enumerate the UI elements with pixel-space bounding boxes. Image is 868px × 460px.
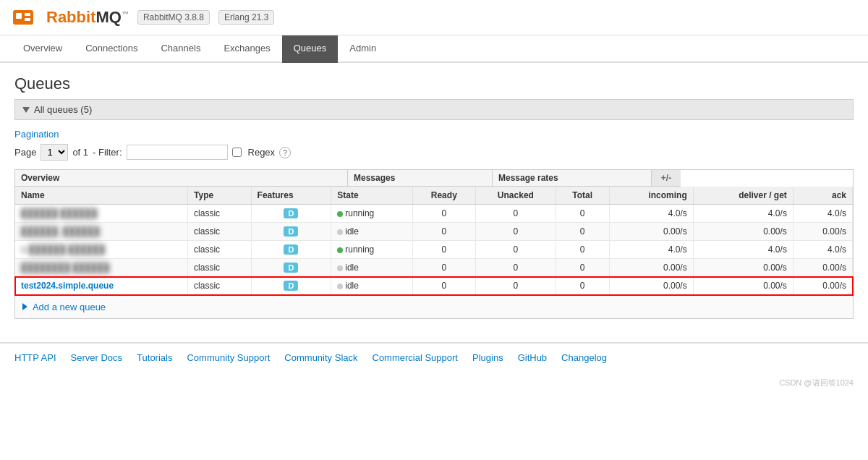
nav-connections[interactable]: Connections [74,35,149,63]
queue-feature-cell: D [251,205,331,223]
queue-total-cell: 0 [556,205,609,223]
queue-type-cell: classic [188,259,252,277]
queue-deliver-cell: 4.0/s [693,241,793,259]
queue-deliver-cell: 0.00/s [693,223,793,241]
queue-total-cell: 0 [556,223,609,241]
pagination-section: Pagination Page 1 of 1 - Filter: Regex ? [14,129,854,161]
footer-link-community-support[interactable]: Community Support [187,352,270,363]
queue-name-cell: ████████ ██████ [15,259,188,277]
nav-exchanges[interactable]: Exchanges [212,35,281,63]
nav-admin[interactable]: Admin [338,35,388,63]
queue-state-cell: idle [331,277,412,295]
queue-total-cell: 0 [556,259,609,277]
queue-unacked-cell: 0 [476,259,556,277]
rabbitmq-version-badge: RabbitMQ 3.8.8 [137,10,210,25]
queue-incoming-cell: 4.0/s [609,241,693,259]
col-unacked: Unacked [476,187,556,205]
collapse-triangle-icon [22,107,30,113]
queue-total-cell: 0 [556,241,609,259]
footer-link-plugins[interactable]: Plugins [472,352,503,363]
queue-incoming-cell: 0.00/s [609,259,693,277]
queue-deliver-cell: 0.00/s [693,277,793,295]
queue-name-link[interactable]: ██████ ██████ [21,208,97,218]
queue-incoming-cell: 4.0/s [609,205,693,223]
nav: Overview Connections Channels Exchanges … [0,35,868,63]
section-label: All queues (5) [34,104,92,115]
table-group-header: Overview Messages Message rates +/- [15,170,853,187]
col-deliver-get: deliver / get [693,187,793,205]
plus-minus-button[interactable]: +/- [652,170,681,187]
table-row: ██████_██████classicDidle0000.00/s0.00/s… [15,223,853,241]
page-label: Page [14,147,36,158]
state-dot-grey-icon [337,229,343,235]
queue-ack-cell: 0.00/s [793,223,852,241]
state-dot-grey-icon [337,284,343,289]
queue-name-link[interactable]: ██████_██████ [21,226,100,237]
queue-name-cell: test2024.simple.queue [15,277,188,295]
queue-feature-cell: D [251,259,331,277]
footer-link-tutorials[interactable]: Tutorials [137,352,172,363]
queue-feature-cell: D [251,277,331,295]
queue-unacked-cell: 0 [476,205,556,223]
queue-ack-cell: 0.00/s [793,277,852,295]
section-header[interactable]: All queues (5) [14,99,854,120]
footer-link-changelog[interactable]: Changelog [561,352,607,363]
queue-ack-cell: 4.0/s [793,205,852,223]
queue-ack-cell: 4.0/s [793,241,852,259]
watermark: CSDN @请回答1024 [0,372,868,394]
queue-deliver-cell: 4.0/s [693,205,793,223]
content: Queues All queues (5) Pagination Page 1 … [0,63,868,331]
queue-unacked-cell: 0 [476,223,556,241]
add-queue-label: Add a new queue [33,302,106,312]
page-select[interactable]: 1 [41,144,68,161]
queue-unacked-cell: 0 [476,277,556,295]
feature-badge: D [284,263,298,273]
footer-link-github[interactable]: GitHub [518,352,547,363]
col-ready: Ready [412,187,476,205]
nav-queues[interactable]: Queues [282,35,339,63]
nav-overview[interactable]: Overview [12,35,74,63]
queue-name-link[interactable]: test2024.simple.queue [21,281,114,291]
footer-link-community-slack[interactable]: Community Slack [284,352,357,363]
logo-text: RabbitMQ™ [46,8,129,27]
filter-input[interactable] [127,145,228,160]
table-row: b.██████ ██████classicDrunning0004.0/s4.… [15,241,853,259]
feature-badge: D [284,226,298,237]
queue-state-cell: running [331,205,412,223]
footer-link-server-docs[interactable]: Server Docs [71,352,123,363]
group-header-messages: Messages [348,170,493,187]
queue-name-link[interactable]: ████████ ██████ [21,263,109,273]
erlang-version-badge: Erlang 21.3 [218,10,274,25]
queue-name-cell: ██████_██████ [15,223,188,241]
svg-rect-3 [25,18,30,21]
help-icon[interactable]: ? [279,147,291,158]
queue-incoming-cell: 0.00/s [609,277,693,295]
footer-link-http-api[interactable]: HTTP API [14,352,56,363]
queue-state-cell: idle [331,259,412,277]
queue-ready-cell: 0 [412,223,476,241]
table-row: ████████ ██████classicDidle0000.00/s0.00… [15,259,853,277]
queue-ready-cell: 0 [412,205,476,223]
col-total: Total [556,187,609,205]
table-header-row: Name Type Features State Ready Unacked T… [15,187,853,205]
state-dot-green-icon [337,211,343,217]
col-ack: ack [793,187,852,205]
nav-channels[interactable]: Channels [149,35,212,63]
pagination-label[interactable]: Pagination [14,129,854,140]
page-title: Queues [14,74,854,93]
of-label: of 1 [72,147,88,158]
filter-label: - Filter: [93,147,122,158]
state-label: running [345,208,374,218]
logo-icon [12,6,35,29]
queue-feature-cell: D [251,241,331,259]
queue-total-cell: 0 [556,277,609,295]
regex-checkbox[interactable] [232,148,242,157]
queue-type-cell: classic [188,205,252,223]
queue-deliver-cell: 0.00/s [693,259,793,277]
queue-name-cell: b.██████ ██████ [15,241,188,259]
col-incoming: incoming [609,187,693,205]
footer-link-commercial-support[interactable]: Commercial Support [373,352,459,363]
queue-name-link[interactable]: b.██████ ██████ [21,244,105,255]
queue-ready-cell: 0 [412,277,476,295]
add-queue-link[interactable]: Add a new queue [22,302,106,312]
